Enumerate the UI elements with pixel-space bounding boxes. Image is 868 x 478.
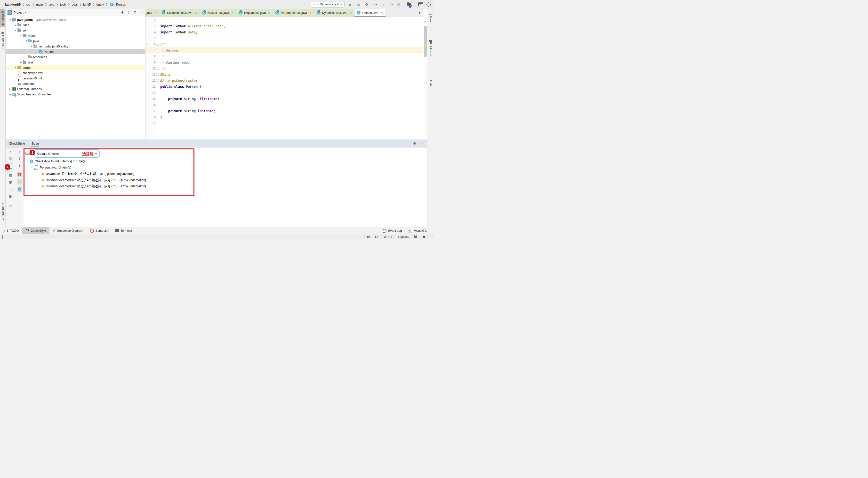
debug-button[interactable]: ж xyxy=(356,2,361,7)
result-row-2[interactable]: ▼Person.java : 3 item(s) xyxy=(24,164,146,171)
close-icon[interactable]: ✕ xyxy=(349,11,352,14)
close-icon[interactable]: ✕ xyxy=(380,11,383,14)
editor-tab-dynamicstest-java[interactable]: CDynamicsTest.java✕ xyxy=(314,9,354,17)
tree-item-test[interactable]: ▶test xyxy=(6,60,145,65)
group-by-icon[interactable]: ⇉ xyxy=(8,187,13,192)
tree-item-tech-pdai-junit5-entity[interactable]: ▼tech.pdai.junit5.entity xyxy=(6,43,145,49)
check-all-files-icon[interactable]: ▣ xyxy=(8,180,13,185)
sidebar-item-database[interactable]: Database xyxy=(428,40,434,56)
breadcrumb-item[interactable]: main xyxy=(35,3,44,6)
tab-scan[interactable]: Scan xyxy=(28,139,42,147)
tree-item-person[interactable]: CPerson xyxy=(6,49,145,54)
tree-collapsed-icon[interactable]: ▶ xyxy=(20,61,22,63)
tree-collapsed-icon[interactable]: ▶ xyxy=(14,24,17,26)
file-encoding[interactable]: UTF-8 xyxy=(384,235,392,239)
tree-item-main[interactable]: ▼main xyxy=(6,33,145,38)
inspections-ok-icon[interactable]: ✓ xyxy=(424,20,427,24)
toolwindow-toggle[interactable] xyxy=(0,235,3,239)
toolwindow-button-terminal[interactable]: ▸Terminal xyxy=(112,227,135,234)
hide-panel-icon[interactable]: — xyxy=(140,10,143,14)
result-row-3[interactable]: Javadoc的第一句缺少一个结束时期。 (6:0) [SummaryJavad… xyxy=(24,170,146,177)
tree-item-src[interactable]: ▼src xyxy=(6,28,145,33)
code-editor[interactable]: 23−4−56≣−78910−11−12−13141516171819 impo… xyxy=(146,17,423,140)
result-row-1[interactable]: ▼iCheckstyle found 3 item(s) in 1 file(s… xyxy=(24,158,146,164)
collapse-all-icon[interactable]: ⤈ xyxy=(17,163,22,168)
line-ending[interactable]: LF xyxy=(375,235,378,239)
tree-expanded-icon[interactable]: ▼ xyxy=(26,160,28,163)
editor-tab-nestedtest-java[interactable]: CNestedTest.java✕ xyxy=(200,9,237,17)
coverage-button[interactable]: ⟳ xyxy=(364,2,369,7)
run-anything-icon[interactable] xyxy=(418,2,423,6)
result-row-4[interactable]: 'member def modifier' 缩进了4个缩进符，应为2个。 (15… xyxy=(24,177,146,183)
toolwindow-button-sonarlint[interactable]: SonarLint xyxy=(87,227,112,234)
toolwindow-button-sequence-diagram[interactable]: ↱Sequence Diagram xyxy=(50,227,87,234)
filter-errors-button[interactable]: ! xyxy=(17,172,22,177)
debug-immediately-icon[interactable]: ϟж xyxy=(389,2,394,7)
collapse-all-icon[interactable]: ⇳ xyxy=(127,10,130,14)
close-icon[interactable]: ✕ xyxy=(195,11,197,14)
tab-checkstyle[interactable]: CheckStyle xyxy=(6,139,28,147)
editor-tab-exceptiontest-java[interactable]: CExceptionTest.java✕ xyxy=(159,9,199,17)
fold-marker-icon[interactable]: − xyxy=(156,79,159,82)
breadcrumb-item[interactable]: tech xyxy=(59,3,67,6)
breadcrumb-item[interactable]: src xyxy=(26,3,31,6)
tree-expanded-icon[interactable]: ▼ xyxy=(30,45,33,47)
close-icon[interactable]: × xyxy=(8,149,13,154)
run-configuration-select[interactable]: DynamicsTest xyxy=(311,1,344,7)
gear-icon[interactable]: ⚙ xyxy=(133,10,136,14)
filter-info-button[interactable]: i xyxy=(17,186,22,192)
tree-item-target[interactable]: ▶target xyxy=(6,65,145,70)
fold-marker-icon[interactable]: − xyxy=(156,25,159,27)
tab-list-chevron-icon[interactable]: ▼ xyxy=(418,11,423,14)
tree-item-pom-xml[interactable]: mpom.xml xyxy=(6,81,145,86)
breadcrumb-item[interactable]: pdai xyxy=(71,3,78,6)
fold-marker-icon[interactable]: − xyxy=(156,43,159,45)
tree-item--idea[interactable]: ▶.idea xyxy=(6,22,145,28)
scrollbar-thumb[interactable] xyxy=(424,26,427,57)
sidebar-item-project[interactable]: 1: Project xyxy=(0,9,5,27)
toolwindow-button-checkstyle[interactable]: CSCheckStyle xyxy=(22,227,50,234)
tree-item-scratches-and-consoles[interactable]: ▶Scratches and Consoles xyxy=(6,92,145,97)
expand-all-icon[interactable]: ⇕ xyxy=(17,156,22,161)
rules-select[interactable]: Google Checks 选规则 xyxy=(34,149,100,158)
breadcrumb-item[interactable]: java-junit5 xyxy=(4,3,21,6)
tree-expanded-icon[interactable]: ▼ xyxy=(31,166,33,169)
unlock-icon[interactable] xyxy=(414,236,417,238)
breadcrumb-item[interactable]: entity xyxy=(96,3,104,6)
tree-expanded-icon[interactable]: ▼ xyxy=(20,34,22,37)
tree-item-resources[interactable]: resources xyxy=(6,54,145,60)
run-button[interactable]: ▶ xyxy=(348,2,353,7)
fold-marker-icon[interactable]: − xyxy=(156,31,159,33)
add-rule-file-icon[interactable]: ▤+ xyxy=(8,194,13,199)
tree-item-java-junit5-iml[interactable]: java-junit5.iml xyxy=(6,75,145,81)
editor-tab-repeattest-java[interactable]: CRepeatTest.java✕ xyxy=(237,9,273,17)
profiler-button[interactable]: ◔ xyxy=(373,2,377,7)
refresh-icon[interactable]: ↻ xyxy=(8,203,13,208)
sidebar-item-maven[interactable]: m Maven xyxy=(428,12,434,24)
filter-warnings-button[interactable] xyxy=(17,179,22,184)
align-gutter-icon[interactable]: ≣ xyxy=(147,43,147,45)
tree-collapsed-icon[interactable]: ▶ xyxy=(14,66,17,69)
inspections-profile-icon[interactable]: ☻ xyxy=(422,235,426,239)
tree-item-java[interactable]: ▼java xyxy=(6,38,145,43)
toolwindow-button-visualgc[interactable]: VisualGC xyxy=(408,229,427,233)
project-view-title[interactable]: Project xyxy=(13,11,23,14)
sidebar-item-favorites[interactable]: ★ 2: Favorites xyxy=(0,202,5,220)
tree-collapsed-icon[interactable]: ▶ xyxy=(9,93,12,95)
sidebar-item-ant[interactable]: ✳ Ant xyxy=(428,79,434,88)
chevron-down-icon[interactable] xyxy=(25,12,27,13)
close-icon[interactable]: ✕ xyxy=(309,11,312,14)
tree-expanded-icon[interactable]: ▼ xyxy=(9,19,12,21)
search-everywhere-icon[interactable] xyxy=(427,2,431,6)
fold-marker-icon[interactable]: − xyxy=(156,73,159,76)
breadcrumb-item[interactable]: CPerson xyxy=(109,3,127,6)
indent-setting[interactable]: 4 spaces xyxy=(397,235,409,239)
hide-toolwindow-icon[interactable]: — xyxy=(420,141,423,145)
toolwindow-button-event-log[interactable]: Event Log xyxy=(382,229,402,233)
tree-expanded-icon[interactable]: ▼ xyxy=(14,29,17,32)
check-modified-files-icon[interactable]: ▤ xyxy=(8,173,13,178)
close-icon[interactable]: ✕ xyxy=(268,11,270,14)
breadcrumb-item[interactable]: junit5 xyxy=(83,3,91,6)
captures-icon[interactable] xyxy=(407,3,411,6)
editor-tab-test-java[interactable]: Test.java✕ xyxy=(146,9,159,17)
